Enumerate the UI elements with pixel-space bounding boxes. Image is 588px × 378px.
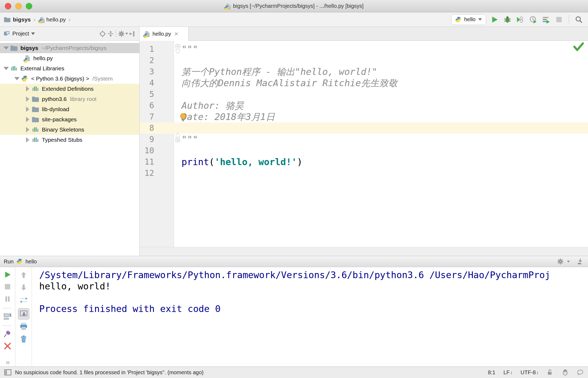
chevron-down-icon[interactable] <box>3 67 9 70</box>
code-line[interactable]: 1 """ <box>140 43 588 55</box>
clear-console-button[interactable] <box>19 335 28 344</box>
chevron-down-icon[interactable] <box>14 77 20 80</box>
run-button[interactable] <box>490 15 499 24</box>
code-line[interactable]: 9 """ <box>140 134 588 145</box>
rerun-button[interactable] <box>3 270 12 279</box>
chevron-right-icon[interactable] <box>26 137 29 143</box>
toolbar-separator <box>3 308 12 308</box>
close-panel-button[interactable] <box>3 342 12 350</box>
run-console-output[interactable]: /System/Library/Frameworks/Python.framew… <box>32 267 588 366</box>
run-panel-title: Run <box>4 259 14 265</box>
run-with-coverage-button[interactable] <box>516 15 525 24</box>
inspections-ok-icon[interactable] <box>573 42 584 54</box>
locate-file-button[interactable] <box>99 30 107 38</box>
lock-unlocked-icon[interactable] <box>547 369 554 376</box>
gear-settings-button[interactable] <box>117 30 125 38</box>
tree-row-extended-definitions[interactable]: Extended Definitions <box>0 84 139 94</box>
toolwindow-access-icon[interactable] <box>4 369 11 376</box>
debug-button[interactable] <box>503 15 512 24</box>
python-file-icon <box>38 16 44 23</box>
hide-panel-button[interactable] <box>128 30 136 38</box>
zoom-window-button[interactable] <box>26 3 32 9</box>
stop-button[interactable] <box>555 15 563 24</box>
code-line[interactable]: 11 print('hello, world!') <box>140 156 588 168</box>
status-bar: No suspicious code found. 1 files proces… <box>0 366 588 378</box>
chevron-right-icon[interactable] <box>26 96 29 102</box>
print-button[interactable] <box>19 322 28 331</box>
breadcrumb-file[interactable]: hello.py <box>38 16 66 23</box>
stop-button[interactable] <box>3 282 12 291</box>
code-line[interactable]: 3 第一个Python程序 - 输出"hello, world!" <box>140 66 588 77</box>
line-number: 7 <box>140 111 174 122</box>
run-configuration-select[interactable]: hello <box>451 14 486 25</box>
breadcrumb: bigsys › hello.py › <box>4 16 451 23</box>
down-stack-trace-button[interactable] <box>19 283 28 292</box>
hector-inspector-icon[interactable] <box>562 369 569 376</box>
line-number: 8 <box>140 122 174 134</box>
tree-row-lib-dynload[interactable]: lib-dynload <box>0 104 139 114</box>
soft-wrap-button[interactable] <box>19 296 28 305</box>
code-line[interactable]: 4 向伟大的Dennis MacAlistair Ritchie先生致敬 <box>140 77 588 89</box>
pause-button[interactable] <box>3 295 12 303</box>
tree-row-project-root[interactable]: bigsys ~/PycharmProjects/bigsys <box>0 43 139 53</box>
show-layouts-button[interactable] <box>3 312 12 321</box>
collapse-all-button[interactable] <box>107 30 115 38</box>
code-line[interactable]: 12 <box>140 168 588 179</box>
chevron-right-icon[interactable] <box>26 107 29 112</box>
fold-collapse-icon[interactable] <box>175 132 182 145</box>
line-number: 6 <box>140 100 174 111</box>
close-window-button[interactable] <box>5 3 11 9</box>
chevron-right-icon[interactable] <box>26 86 29 92</box>
more-actions-button[interactable]: » <box>6 358 9 366</box>
dock-pin-button[interactable] <box>576 257 584 266</box>
gear-settings-button[interactable] <box>556 257 564 266</box>
console-stdout-line: hello, world! <box>39 281 588 292</box>
minimize-window-button[interactable] <box>15 3 22 9</box>
encoding-widget[interactable]: UTF-8↕ <box>521 369 539 376</box>
tree-row-site-packages[interactable]: site-packages <box>0 114 139 125</box>
pin-tab-button[interactable] <box>3 330 12 338</box>
tree-row-typeshed-stubs[interactable]: Typeshed Stubs <box>0 135 139 145</box>
editor-bottom-strip <box>140 247 588 256</box>
run-panel-body: » /System/Library/Frameworks <box>0 267 588 366</box>
chevron-right-icon[interactable] <box>26 117 29 122</box>
profiler-button[interactable] <box>529 15 538 24</box>
code-line[interactable]: 6 Author: 骆昊 <box>140 100 588 111</box>
breadcrumb-chevron-icon: › <box>34 16 36 23</box>
project-panel-header: Project <box>0 27 139 41</box>
folder-icon <box>32 96 39 103</box>
tree-row-file[interactable]: hello.py <box>0 53 139 63</box>
code-line-caret[interactable]: 8 <box>140 122 588 134</box>
tree-row-binary-skeletons[interactable]: Binary Skeletons <box>0 125 139 135</box>
chevron-down-icon[interactable] <box>31 32 35 35</box>
line-number: 9 <box>140 134 174 145</box>
code-line[interactable]: 5 <box>140 89 588 100</box>
console-blank-line <box>39 292 588 303</box>
concurrency-diagram-button[interactable] <box>542 15 550 24</box>
search-everywhere-icon[interactable] <box>575 15 583 24</box>
code-editor[interactable]: 1 """ 2 3 第一个Python程序 - 输出"hello, world!… <box>140 41 588 247</box>
tree-row-python36[interactable]: python3.6 library root <box>0 94 139 104</box>
tab-hello-py[interactable]: hello.py × <box>140 27 188 41</box>
up-stack-trace-button[interactable] <box>19 270 28 279</box>
tree-row-external-libraries[interactable]: External Libraries <box>0 63 139 74</box>
title-bar: bigsys [~/PycharmProjects/bigsys] - .../… <box>0 0 588 12</box>
chevron-down-icon <box>125 33 128 35</box>
scroll-to-end-button[interactable] <box>18 308 29 319</box>
folder-icon <box>10 45 18 52</box>
caret-position-widget[interactable]: 8:1 <box>488 369 495 376</box>
breadcrumb-project[interactable]: bigsys <box>4 16 31 23</box>
close-tab-icon[interactable]: × <box>174 30 178 38</box>
line-separator-widget[interactable]: LF↕ <box>503 369 513 376</box>
tree-row-python-sdk[interactable]: < Python 3.6 (bigsys) > /System <box>0 74 139 84</box>
pycharm-window: bigsys [~/PycharmProjects/bigsys] - .../… <box>0 0 588 378</box>
notifications-bubble-icon[interactable] <box>577 369 584 376</box>
run-toolbar-console <box>15 267 32 366</box>
code-line[interactable]: 2 <box>140 55 588 66</box>
chevron-down-icon[interactable] <box>3 46 9 50</box>
code-line[interactable]: 10 <box>140 145 588 156</box>
status-message: No suspicious code found. 1 files proces… <box>15 369 488 376</box>
code-line[interactable]: 7 Date: 2018年3月1日 <box>140 111 588 122</box>
line-number: 10 <box>140 145 174 156</box>
chevron-right-icon[interactable] <box>26 127 29 132</box>
